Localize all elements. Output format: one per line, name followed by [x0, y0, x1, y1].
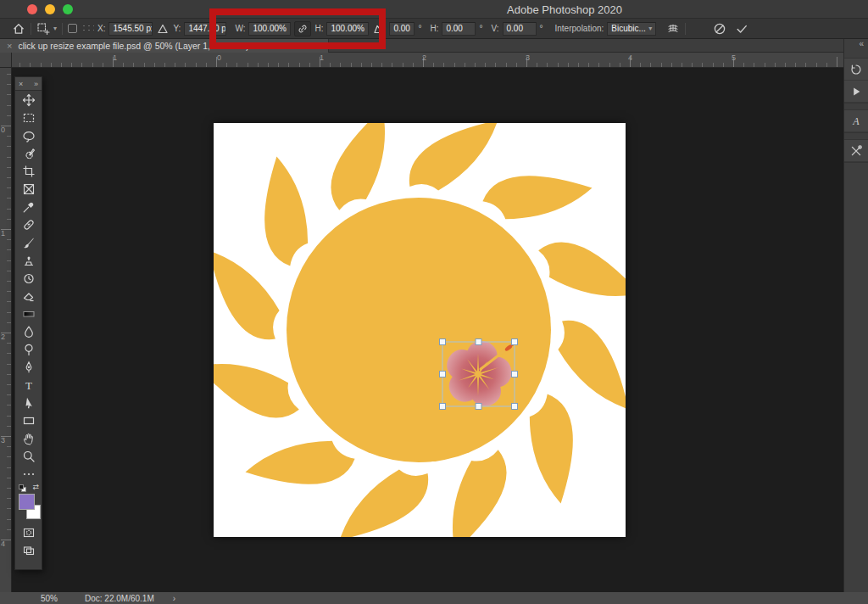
- v-skew-input[interactable]: 0.00: [503, 22, 537, 36]
- eraser-tool[interactable]: [15, 287, 42, 305]
- brush-tool[interactable]: [15, 233, 42, 251]
- pen-tool[interactable]: [15, 358, 42, 376]
- foreground-color-swatch[interactable]: [19, 494, 35, 510]
- transform-handle-top-right[interactable]: [512, 339, 518, 345]
- healing-brush-tool[interactable]: [15, 215, 42, 233]
- delta-icon[interactable]: [156, 22, 170, 36]
- close-tab-icon[interactable]: ×: [7, 41, 12, 51]
- minimize-window-button[interactable]: [45, 4, 55, 14]
- brush-icon: [22, 236, 36, 249]
- right-panel-strip: «: [843, 39, 868, 592]
- tool-presets-panel-button[interactable]: [844, 140, 868, 162]
- top-ruler-mark: 1: [320, 53, 324, 62]
- lasso-icon: [22, 129, 36, 143]
- zoom-window-button[interactable]: [63, 4, 73, 14]
- move-icon: [22, 93, 36, 107]
- edit-toolbar-button[interactable]: [15, 465, 42, 483]
- eyedropper-tool[interactable]: [15, 198, 42, 215]
- work-area: [12, 68, 843, 592]
- document-size-status[interactable]: Doc: 22.0M/60.1M ›: [85, 594, 175, 603]
- transform-handle-middle-right[interactable]: [512, 372, 518, 378]
- blur-tool[interactable]: [15, 322, 42, 340]
- tools-panel-header: × »: [15, 77, 42, 91]
- chevron-down-icon[interactable]: ▾: [53, 25, 57, 32]
- quick-mask-button[interactable]: [15, 523, 42, 541]
- interpolation-select[interactable]: Bicubic... ▾: [607, 22, 656, 36]
- quick-mask-icon: [22, 526, 36, 540]
- cancel-transform-icon[interactable]: [713, 22, 726, 36]
- home-icon[interactable]: [12, 22, 25, 36]
- character-panel-button[interactable]: [844, 110, 868, 132]
- top-ruler-mark: 3: [526, 53, 530, 62]
- close-panel-icon[interactable]: ×: [19, 80, 23, 88]
- document-canvas[interactable]: [214, 123, 626, 537]
- history-brush-icon: [22, 271, 36, 285]
- rectangle-shape-tool[interactable]: [15, 411, 42, 429]
- top-ruler-mark: 4: [628, 53, 632, 62]
- screen-mode-icon: [22, 544, 36, 557]
- clone-stamp-icon: [22, 254, 36, 267]
- quick-selection-icon: [22, 147, 36, 160]
- dodge-tool[interactable]: [15, 340, 42, 358]
- tools-panel: × » ⇄: [14, 76, 42, 570]
- photoshop-window: Adobe Photoshop 2020 ▾ X: 1545.50 px Y: …: [0, 0, 868, 604]
- clone-stamp-tool[interactable]: [15, 251, 42, 269]
- path-selection-tool[interactable]: [15, 394, 42, 411]
- left-ruler[interactable]: 01234: [0, 68, 12, 592]
- swap-colors-icon[interactable]: ⇄: [32, 483, 39, 491]
- rotation-input[interactable]: 0.00: [389, 22, 415, 36]
- close-window-button[interactable]: [27, 4, 37, 14]
- status-bar: 50% Doc: 22.0M/60.1M ›: [0, 592, 868, 604]
- rectangular-marquee-tool[interactable]: [15, 109, 42, 126]
- crop-tool[interactable]: [15, 162, 42, 180]
- transform-handle-bottom-left[interactable]: [440, 404, 446, 410]
- document-tab[interactable]: × click up resize example file.psd @ 50%…: [0, 39, 329, 53]
- left-ruler-mark: 3: [1, 436, 5, 445]
- rectangle-shape-icon: [22, 414, 36, 428]
- zoom-level-field[interactable]: 50%: [41, 594, 58, 603]
- x-position-input[interactable]: 1545.50 px: [108, 22, 153, 36]
- transform-tool-icon[interactable]: [36, 22, 50, 36]
- hand-tool[interactable]: [15, 429, 42, 447]
- top-ruler[interactable]: 1012345: [12, 53, 843, 68]
- frame-tool[interactable]: [15, 180, 42, 198]
- v-skew-value: 0.00: [507, 24, 523, 33]
- h-skew-input[interactable]: 0.00: [442, 22, 476, 36]
- default-colors-icon[interactable]: [19, 484, 27, 493]
- maintain-aspect-ratio-button[interactable]: [294, 21, 311, 36]
- height-scale-input[interactable]: 100.00%: [326, 22, 369, 36]
- v-skew-label: V:: [491, 24, 498, 33]
- separator: [31, 23, 31, 35]
- history-brush-tool[interactable]: [15, 269, 42, 287]
- screen-mode-button[interactable]: [15, 541, 42, 559]
- transform-handle-middle-left[interactable]: [440, 372, 446, 378]
- expand-panels-icon[interactable]: «: [844, 39, 868, 52]
- type-tool[interactable]: [15, 376, 42, 394]
- gradient-tool[interactable]: [15, 305, 42, 322]
- tools-list: [15, 91, 42, 465]
- top-ruler-mark: 0: [217, 53, 221, 62]
- width-scale-input[interactable]: 100.00%: [248, 22, 291, 36]
- transform-handle-bottom-center[interactable]: [476, 404, 481, 410]
- reference-point-checkbox[interactable]: [68, 24, 77, 33]
- actions-panel-button[interactable]: [844, 81, 868, 103]
- commit-transform-icon[interactable]: [735, 22, 748, 36]
- zoom-tool[interactable]: [15, 447, 42, 465]
- left-ruler-mark: 0: [1, 126, 5, 134]
- height-label: H:: [314, 24, 323, 33]
- move-tool[interactable]: [15, 91, 42, 109]
- y-position-input[interactable]: 1447.50 px: [184, 22, 226, 36]
- rotation-value: 0.00: [393, 24, 409, 33]
- separator: [685, 23, 686, 35]
- transform-handle-top-center[interactable]: [476, 339, 481, 345]
- expand-panel-icon[interactable]: »: [34, 80, 38, 88]
- reference-point-grid-icon[interactable]: [81, 23, 94, 34]
- quick-selection-tool[interactable]: [15, 144, 42, 162]
- transform-handle-top-left[interactable]: [440, 339, 446, 345]
- top-ruler-mark: 2: [422, 53, 426, 62]
- doc-size-value: Doc: 22.0M/60.1M: [85, 594, 154, 603]
- warp-mode-icon[interactable]: [666, 22, 680, 36]
- transform-handle-bottom-right[interactable]: [512, 404, 518, 410]
- history-panel-button[interactable]: [844, 59, 868, 81]
- lasso-tool[interactable]: [15, 126, 42, 144]
